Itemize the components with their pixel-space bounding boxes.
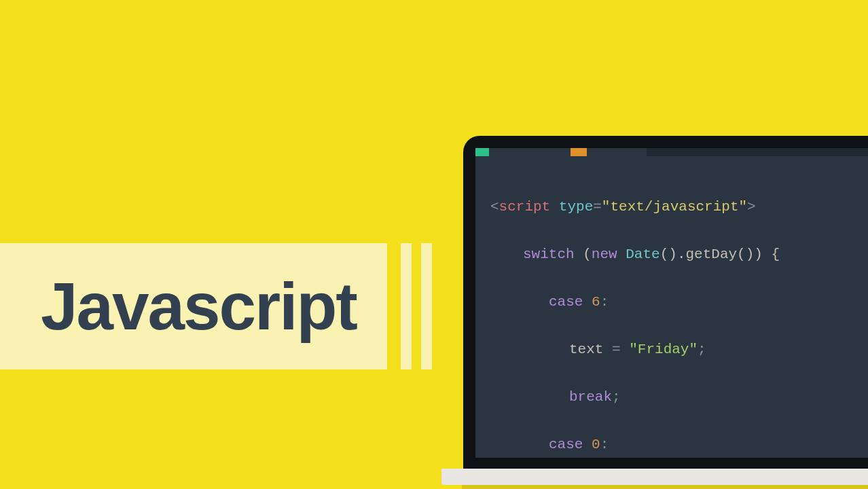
topbar-segment-orange [571, 148, 587, 156]
code-line: break; [490, 385, 868, 409]
laptop-screen: <script type="text/javascript"> switch (… [475, 148, 868, 458]
decorative-stripe [421, 243, 432, 369]
code-block: <script type="text/javascript"> switch (… [490, 171, 868, 458]
laptop-base [441, 469, 868, 485]
code-line: switch (new Date().getDay()) { [490, 242, 868, 266]
editor-topbar [475, 148, 868, 156]
laptop-frame: <script type="text/javascript"> switch (… [463, 136, 868, 470]
topbar-segment-gray [647, 148, 868, 156]
code-line: case 0: [490, 433, 868, 456]
decorative-stripe [401, 243, 412, 369]
topbar-segment-green [475, 148, 489, 156]
code-line: text = "Friday"; [490, 338, 868, 361]
title-banner: Javascript [0, 243, 387, 369]
code-line: <script type="text/javascript"> [490, 195, 868, 219]
code-line: case 6: [490, 290, 868, 314]
page-title: Javascript [41, 268, 357, 345]
